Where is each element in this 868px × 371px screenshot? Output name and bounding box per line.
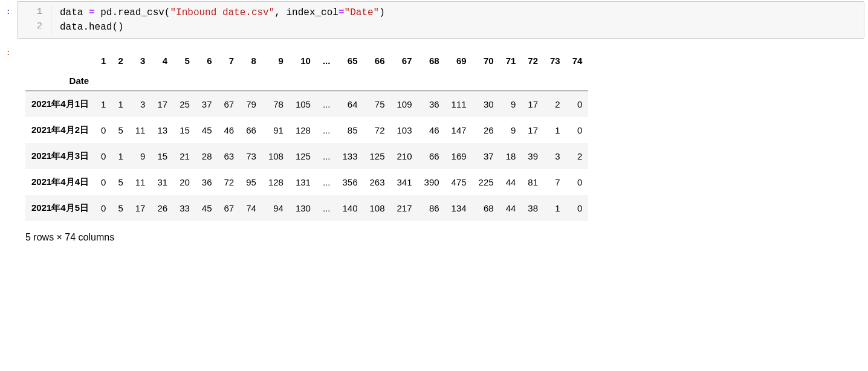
column-header: 65: [336, 51, 363, 71]
column-header-spacer: [391, 71, 418, 91]
table-cell: 26: [473, 117, 500, 143]
table-cell: 0: [95, 143, 112, 169]
table-cell: 111: [445, 91, 473, 118]
column-header: 1: [95, 51, 112, 71]
column-header-spacer: [445, 71, 473, 91]
code-content: data = pd.read_csv("Inbound date.csv", i…: [51, 5, 385, 20]
table-cell: 31: [151, 169, 173, 195]
column-header: 73: [544, 51, 566, 71]
table-cell: 25: [173, 91, 196, 118]
table-cell: 5: [112, 195, 129, 221]
table-cell: 0: [566, 195, 589, 221]
table-cell: 95: [240, 169, 262, 195]
row-index: 2021年4月2日: [25, 117, 95, 143]
table-cell: 0: [95, 117, 112, 143]
column-header: 68: [418, 51, 445, 71]
table-cell: 11: [129, 169, 152, 195]
table-cell: ...: [317, 143, 337, 169]
table-cell: 5: [112, 117, 129, 143]
input-prompt: :: [0, 1, 17, 39]
table-cell: 68: [473, 195, 500, 221]
table-cell: 128: [290, 117, 317, 143]
column-header: 5: [173, 51, 196, 71]
table-cell: 81: [522, 169, 544, 195]
row-index: 2021年4月5日: [25, 195, 95, 221]
column-header-spacer: [112, 71, 129, 91]
column-header-spacer: [336, 71, 363, 91]
code-content: data.head(): [51, 20, 124, 34]
table-row: 2021年4月1日113172537677978105...6475109361…: [25, 91, 588, 118]
column-header-spacer: [363, 71, 390, 91]
table-cell: 108: [262, 143, 290, 169]
column-header-spacer: [173, 71, 196, 91]
column-header: 6: [196, 51, 218, 71]
column-header: 74: [566, 51, 589, 71]
table-cell: 63: [218, 143, 241, 169]
column-header: 7: [218, 51, 241, 71]
table-row: 2021年4月3日0191521286373108125...133125210…: [25, 143, 588, 169]
column-header: 4: [151, 51, 173, 71]
table-cell: 45: [196, 195, 218, 221]
table-cell: 74: [240, 195, 262, 221]
column-header-spacer: [240, 71, 262, 91]
column-header: 70: [473, 51, 500, 71]
table-row: 2021年4月5日0517263345677494130...140108217…: [25, 195, 588, 221]
table-cell: ...: [317, 117, 337, 143]
table-cell: 46: [418, 117, 445, 143]
column-header: 9: [262, 51, 290, 71]
column-header-spacer: [473, 71, 500, 91]
row-index: 2021年4月4日: [25, 169, 95, 195]
table-cell: 134: [445, 195, 473, 221]
column-header-spacer: [544, 71, 566, 91]
table-cell: 66: [418, 143, 445, 169]
table-cell: 7: [544, 169, 566, 195]
table-cell: 73: [240, 143, 262, 169]
code-editor[interactable]: 1data = pd.read_csv("Inbound date.csv", …: [17, 1, 864, 39]
column-header-spacer: [151, 71, 173, 91]
column-header: 71: [500, 51, 522, 71]
table-cell: 9: [500, 91, 522, 118]
table-cell: 0: [95, 169, 112, 195]
table-cell: 13: [151, 117, 173, 143]
table-cell: 46: [218, 117, 241, 143]
table-cell: 1: [112, 91, 129, 118]
row-index: 2021年4月1日: [25, 91, 95, 118]
table-cell: 103: [391, 117, 418, 143]
column-header-spacer: [566, 71, 589, 91]
table-cell: 390: [418, 169, 445, 195]
table-cell: 44: [500, 195, 522, 221]
output-area: 12345678910...65666768697071727374Date 2…: [17, 42, 868, 245]
column-header-spacer: [522, 71, 544, 91]
table-cell: 39: [522, 143, 544, 169]
table-cell: 1: [95, 91, 112, 118]
table-cell: 125: [363, 143, 390, 169]
table-cell: 26: [151, 195, 173, 221]
column-header: 10: [290, 51, 317, 71]
code-line: 1data = pd.read_csv("Inbound date.csv", …: [18, 5, 864, 20]
table-cell: 30: [473, 91, 500, 118]
table-cell: 37: [473, 143, 500, 169]
table-cell: 341: [391, 169, 418, 195]
table-cell: 0: [95, 195, 112, 221]
table-cell: 67: [218, 195, 241, 221]
column-header: 2: [112, 51, 129, 71]
column-header: 72: [522, 51, 544, 71]
table-cell: 0: [566, 91, 589, 118]
column-header-spacer: [129, 71, 152, 91]
table-cell: 140: [336, 195, 363, 221]
column-header-spacer: [290, 71, 317, 91]
column-header: ...: [317, 51, 337, 71]
table-cell: 17: [151, 91, 173, 118]
line-number: 1: [18, 5, 51, 20]
table-cell: 1: [112, 143, 129, 169]
column-header-spacer: [262, 71, 290, 91]
table-cell: 2: [544, 91, 566, 118]
input-cell: : 1data = pd.read_csv("Inbound date.csv"…: [0, 1, 868, 39]
table-cell: 128: [262, 169, 290, 195]
table-cell: 1: [544, 195, 566, 221]
table-cell: 37: [196, 91, 218, 118]
output-cell: : 12345678910...65666768697071727374Date…: [0, 42, 868, 245]
table-cell: 5: [112, 169, 129, 195]
table-cell: 75: [363, 91, 390, 118]
table-cell: 72: [363, 117, 390, 143]
